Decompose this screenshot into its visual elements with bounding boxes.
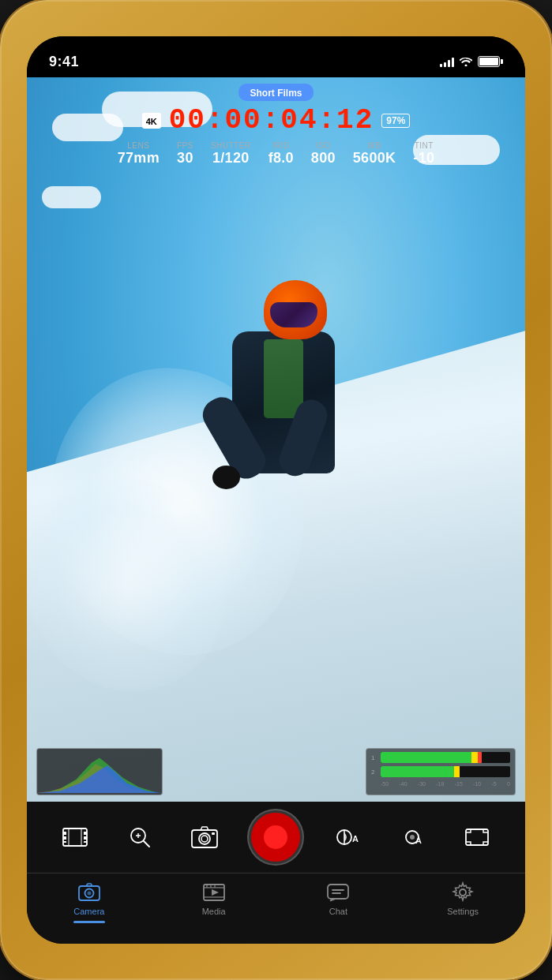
frame-button[interactable] [460,820,494,855]
wb-label: WB [368,141,381,150]
svg-rect-39 [328,885,348,899]
svg-rect-10 [84,832,87,835]
snowboarder-figure [216,280,390,556]
track2-green2 [439,766,455,777]
svg-rect-7 [63,832,66,835]
param-tint[interactable]: TINT -10 [413,141,434,166]
wifi-icon [460,57,472,66]
svg-text:A: A [415,836,422,845]
db-label-10: -10 [473,781,481,787]
tint-value: -10 [413,150,434,166]
mode-label: Short Films [250,88,302,99]
badge-4k: 4K [142,113,161,129]
db-label-50: -50 [381,781,389,787]
record-button[interactable] [251,813,300,862]
media-tab-icon [203,881,225,903]
lens-label: LENS [127,141,149,150]
wb-value: 5600K [353,150,396,166]
viewfinder[interactable]: Short Films 4K 00:00:04:12 97% LENS 77mm [27,77,525,802]
iris-value: f8.0 [268,150,294,166]
hud-overlay: Short Films 4K 00:00:04:12 97% LENS 77mm [27,77,525,166]
chat-tab-label: Chat [329,907,347,916]
svg-rect-9 [63,841,66,843]
svg-text:A: A [352,834,359,843]
camera-params: LENS 77mm FPS 30 SHUTTER 1/120 IRIS f8.0 [118,141,435,166]
svg-point-31 [87,892,91,896]
param-iso[interactable]: ISO 800 [311,141,336,166]
svg-point-26 [410,835,415,840]
meter-db-labels: -50 -40 -30 -18 -15 -10 -5 0 [371,781,510,787]
tab-chat[interactable]: Chat [306,881,370,916]
settings-tab-icon [452,881,474,903]
track1-green [381,752,452,763]
exposure-button[interactable]: A [330,820,365,855]
histogram [36,748,163,795]
status-icons [440,56,503,67]
fps-value: 30 [177,150,193,166]
track1-bar [381,752,510,763]
cloud-4 [42,186,101,208]
svg-point-42 [460,889,466,896]
tab-bar: Camera Media [27,873,525,944]
media-tab-label: Media [202,907,226,916]
snapshot-button[interactable] [187,820,222,855]
param-lens[interactable]: LENS 77mm [118,141,160,166]
iso-value: 800 [311,150,336,166]
battery-hud-value: 97% [386,115,405,126]
db-label-0: 0 [507,781,510,787]
svg-rect-6 [63,829,87,846]
glove-left [212,466,240,489]
param-fps[interactable]: FPS 30 [177,141,193,166]
param-iris[interactable]: IRIS f8.0 [268,141,294,166]
track1-label: 1 [371,754,377,761]
iris-label: IRIS [272,141,289,150]
svg-marker-33 [212,889,219,896]
svg-rect-11 [84,836,87,840]
lens-value: 77mm [118,150,160,166]
phone-screen: 9:41 [27,36,525,944]
settings-tab-label: Settings [447,907,479,916]
track1-green2 [452,752,471,763]
meter-track-2: 2 [371,766,510,777]
db-label-18: -18 [436,781,444,787]
track2-green [381,766,439,777]
autofocus-button[interactable]: A [395,820,430,855]
svg-rect-8 [63,836,66,840]
track1-yellow [471,752,478,763]
track2-yellow [454,766,460,777]
shutter-value: 1/120 [212,150,250,166]
svg-rect-28 [466,829,488,845]
svg-line-16 [144,841,149,847]
meter-track-1: 1 [371,752,510,763]
tab-camera[interactable]: Camera [58,881,121,923]
chat-tab-icon [327,881,349,903]
param-shutter[interactable]: SHUTTER 1/120 [211,141,251,166]
4k-label: 4K [146,117,157,126]
svg-rect-22 [212,832,215,835]
tab-media[interactable]: Media [182,881,246,916]
camera-tab-underline [73,921,105,923]
svg-point-20 [199,833,210,844]
battery-hud: 97% [381,114,410,128]
param-wb[interactable]: WB 5600K [353,141,396,166]
db-label-40: -40 [399,781,407,787]
helmet-visor [270,302,317,327]
record-dot [264,825,287,849]
hud-bottom: 1 2 [27,748,525,795]
mode-pill[interactable]: Short Films [238,84,313,101]
db-label-5: -5 [492,781,497,787]
zoom-button[interactable] [122,820,157,855]
body-suit [232,331,335,473]
db-label-30: -30 [418,781,426,787]
timecode-display: 00:00:04:12 [169,104,374,137]
svg-point-21 [201,836,208,842]
phone-frame: 9:41 [0,0,552,980]
signal-bars-icon [440,56,454,67]
track2-bar [381,766,510,777]
shutter-label: SHUTTER [211,141,251,150]
track2-label: 2 [371,769,377,776]
filmstrip-button[interactable] [58,820,92,855]
audio-meters: 1 2 [366,748,516,795]
tab-settings[interactable]: Settings [431,881,494,916]
status-time: 9:41 [49,54,79,70]
